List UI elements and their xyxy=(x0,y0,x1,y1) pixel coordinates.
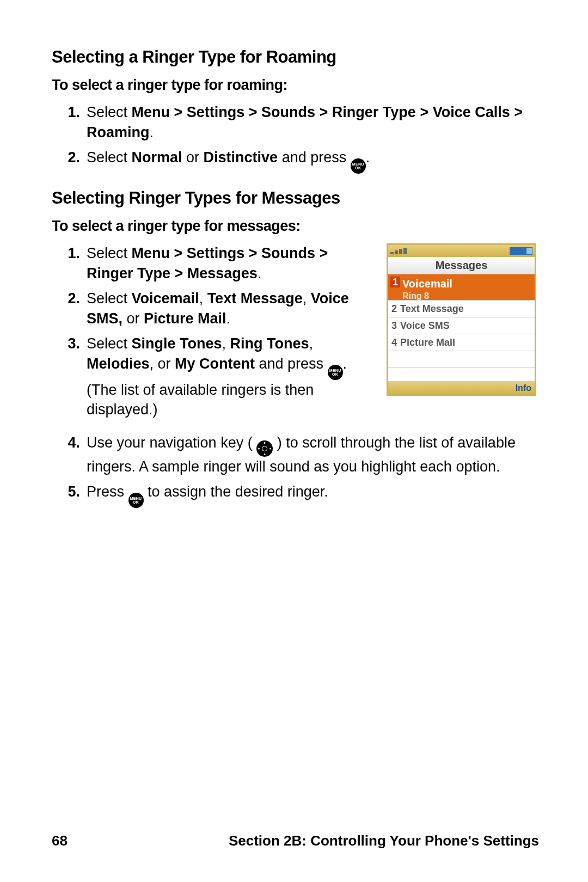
phone-status-bar xyxy=(388,245,535,257)
icon-text-bot: OK xyxy=(133,500,139,504)
text: . xyxy=(366,149,370,166)
text: , xyxy=(199,290,207,307)
section-title: Section 2B: Controlling Your Phone's Set… xyxy=(68,831,539,850)
icon-text-top: MENU xyxy=(329,369,341,372)
step-number: 1. xyxy=(52,243,87,263)
text: , or xyxy=(150,356,175,372)
navigation-key-icon xyxy=(256,440,273,457)
steps-messages-top: 1. Select Menu > Settings > Sounds > Rin… xyxy=(52,243,376,419)
battery-icon xyxy=(510,247,532,255)
option-normal: Normal xyxy=(132,149,182,166)
phone-list-item: 2 Text Message xyxy=(388,301,535,317)
subhead-roaming: To select a ringer type for roaming: xyxy=(52,75,539,95)
step-number: 2. xyxy=(52,289,87,308)
text: Select xyxy=(87,290,132,307)
menu-ok-icon: MENU OK xyxy=(328,365,343,380)
heading-messages: Selecting Ringer Types for Messages xyxy=(52,187,539,210)
phone-softkey-bar: Info xyxy=(388,381,535,394)
step-number: 3. xyxy=(52,334,87,353)
two-column-layout: 1. Select Menu > Settings > Sounds > Rin… xyxy=(52,243,539,432)
step-body: Select Single Tones, Ring Tones, Melodie… xyxy=(87,334,376,419)
list-label: Picture Mail xyxy=(400,336,455,349)
step-3: 3. Select Single Tones, Ring Tones, Melo… xyxy=(52,334,376,419)
right-column: Messages 1 Voicemail Ring 8 2 Text Messa… xyxy=(387,243,539,396)
list-label: Voice SMS xyxy=(400,319,450,332)
subhead-messages: To select a ringer type for messages: xyxy=(52,216,539,236)
list-index: 2 xyxy=(388,302,400,315)
step-body: Select Menu > Settings > Sounds > Ringer… xyxy=(87,102,539,142)
step-4: 4. Use your navigation key ( ) to scroll… xyxy=(52,433,539,476)
list-label: Voicemail xyxy=(402,277,452,291)
step-1: 1. Select Menu > Settings > Sounds > Rin… xyxy=(52,243,376,283)
page-number: 68 xyxy=(52,831,68,850)
list-index: 1 xyxy=(390,277,400,287)
manual-page: Selecting a Ringer Type for Roaming To s… xyxy=(0,0,588,882)
text: . xyxy=(258,265,262,281)
text: . xyxy=(226,310,231,327)
step-number: 1. xyxy=(52,102,87,122)
text: or xyxy=(122,310,144,327)
step-5: 5. Press MENU OK to assign the desired r… xyxy=(52,482,539,508)
icon-text-top: MENU xyxy=(352,162,364,166)
menu-ok-icon: MENU OK xyxy=(351,158,366,174)
phone-list-item: 4 Picture Mail xyxy=(388,334,535,351)
option-ring-tones: Ring Tones xyxy=(230,335,309,352)
page-footer: 68 Section 2B: Controlling Your Phone's … xyxy=(52,831,539,850)
step-body: Use your navigation key ( ) to scroll th… xyxy=(87,433,539,476)
steps-roaming: 1. Select Menu > Settings > Sounds > Rin… xyxy=(52,102,539,174)
step-2: 2. Select Normal or Distinctive and pres… xyxy=(52,148,539,174)
text: and press xyxy=(278,149,351,166)
option-melodies: Melodies xyxy=(87,356,150,372)
text: , xyxy=(303,290,311,307)
option-my-content: My Content xyxy=(175,356,255,372)
list-label: Text Message xyxy=(400,302,464,315)
option-picture-mail: Picture Mail xyxy=(144,310,226,327)
phone-screenshot: Messages 1 Voicemail Ring 8 2 Text Messa… xyxy=(387,243,536,396)
icon-text-top: MENU xyxy=(130,497,142,500)
text: Select xyxy=(87,245,132,261)
step-body: Select Voicemail, Text Message, Voice SM… xyxy=(87,289,376,328)
text: , xyxy=(309,335,314,352)
step-body: Press MENU OK to assign the desired ring… xyxy=(87,482,539,508)
text: Select xyxy=(87,149,132,166)
step-number: 4. xyxy=(52,433,87,452)
phone-list-empty xyxy=(388,351,535,368)
step-2: 2. Select Voicemail, Text Message, Voice… xyxy=(52,289,376,328)
option-text-message: Text Message xyxy=(207,290,303,307)
option-voicemail: Voicemail xyxy=(132,290,199,307)
text: Select xyxy=(87,104,132,120)
steps-messages-bottom: 4. Use your navigation key ( ) to scroll… xyxy=(52,433,539,508)
menu-ok-icon: MENU OK xyxy=(128,493,144,508)
step-body: Select Normal or Distinctive and press M… xyxy=(87,148,539,174)
text: and press xyxy=(255,356,328,372)
text: . xyxy=(150,124,154,140)
text: Press xyxy=(87,483,128,500)
left-column: 1. Select Menu > Settings > Sounds > Rin… xyxy=(52,243,376,432)
list-index: 4 xyxy=(388,336,400,349)
phone-list-item: 3 Voice SMS xyxy=(388,317,535,334)
signal-icon xyxy=(390,248,418,254)
step-1: 1. Select Menu > Settings > Sounds > Rin… xyxy=(52,102,539,142)
text: Select xyxy=(87,335,132,352)
step-number: 5. xyxy=(52,482,87,501)
step-body: Select Menu > Settings > Sounds > Ringer… xyxy=(87,243,376,283)
text: to assign the desired ringer. xyxy=(148,483,328,500)
step-number: 2. xyxy=(52,148,87,167)
text: Use your navigation key ( xyxy=(87,434,253,451)
option-single-tones: Single Tones xyxy=(132,335,222,352)
heading-roaming: Selecting a Ringer Type for Roaming xyxy=(52,46,539,69)
icon-text-bot: OK xyxy=(332,372,338,376)
phone-screen-title: Messages xyxy=(388,257,535,274)
icon-text-bot: OK xyxy=(355,166,361,170)
text: or xyxy=(182,149,204,166)
phone-list-item-selected: 1 Voicemail Ring 8 xyxy=(388,274,535,301)
softkey-right: Info xyxy=(516,382,531,394)
text: , xyxy=(222,335,230,352)
list-index: 3 xyxy=(388,319,400,332)
option-distinctive: Distinctive xyxy=(204,149,278,166)
